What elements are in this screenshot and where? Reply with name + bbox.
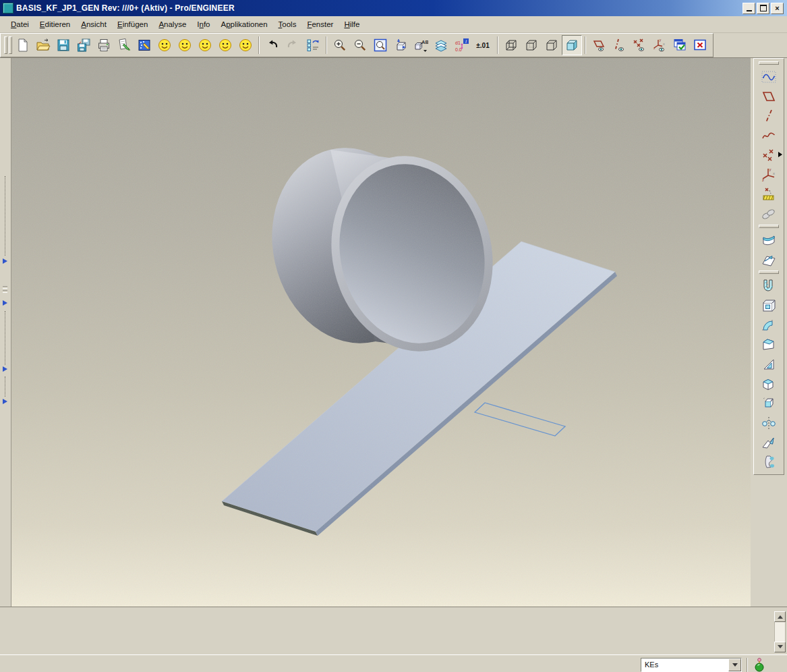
accept-window-button[interactable] (670, 35, 690, 55)
trim-tool-button[interactable] (757, 432, 780, 452)
feature-toolbar: yxz (751, 58, 787, 607)
redo-button[interactable] (283, 35, 303, 55)
sash-expand-arrow[interactable] (3, 258, 10, 264)
sash-expand-arrow[interactable] (3, 300, 10, 306)
shell-tool-button[interactable] (757, 374, 780, 393)
revolve-tool-button[interactable] (757, 315, 780, 335)
hidden-line-button[interactable] (521, 35, 542, 55)
dropdown-button[interactable] (728, 659, 741, 671)
svg-text:x: x (663, 42, 665, 46)
datum-axis-tool-button[interactable] (757, 106, 780, 125)
menu-fenster[interactable]: Fenster (301, 18, 339, 30)
model-display-button[interactable] (134, 35, 154, 55)
scroll-up-button[interactable] (774, 611, 786, 622)
save-icon (56, 38, 71, 53)
smiley-icon (238, 38, 253, 53)
sweep-tool-button[interactable] (757, 335, 780, 354)
menu-editieren[interactable]: Editieren (34, 18, 76, 30)
minimize-button[interactable] (742, 3, 755, 14)
flyout-arrow[interactable] (778, 152, 785, 157)
menu-ansicht[interactable]: Ansicht (76, 18, 112, 30)
refit-icon (373, 38, 388, 53)
boundary-blend-tool-button[interactable] (757, 230, 780, 250)
proe-window: BASIS_KF_JP1_GEN Rev: ///0+ (Aktiv) - Pr… (0, 0, 787, 672)
new-file-button[interactable] (13, 35, 33, 55)
menu-analyse[interactable]: Analyse (153, 18, 192, 30)
erase-button[interactable] (114, 35, 134, 55)
datum-axes-toggle[interactable] (609, 35, 629, 55)
toolbar-grip[interactable] (759, 61, 779, 65)
sash-dots (5, 311, 5, 365)
smiley-mapkey-3[interactable] (195, 35, 215, 55)
no-hidden-button[interactable] (542, 35, 562, 55)
smiley-mapkey-2[interactable] (175, 35, 195, 55)
navigator-sash[interactable] (0, 58, 11, 607)
extrude-tool-button[interactable] (757, 296, 780, 315)
regenerate-button[interactable] (303, 35, 323, 55)
swept-surface-tool-button[interactable] (757, 250, 780, 269)
maximize-button[interactable] (757, 3, 769, 14)
shaded-button[interactable] (562, 35, 582, 55)
menu-einfuegen[interactable]: Einfügen (112, 18, 153, 30)
open-file-button[interactable] (33, 35, 53, 55)
scrollbar-track[interactable] (774, 622, 786, 642)
save-a-copy-button[interactable] (74, 35, 94, 55)
zoom-out-button[interactable] (350, 35, 370, 55)
round-tool-button[interactable] (757, 452, 780, 472)
zoom-in-button[interactable] (330, 35, 350, 55)
rib-tool-button[interactable] (757, 354, 780, 374)
mirror-tool-button[interactable] (757, 413, 780, 432)
wireframe-button[interactable] (501, 35, 521, 55)
sketch-tool-button[interactable] (757, 67, 780, 86)
save-button[interactable] (53, 35, 74, 55)
toolbar-panel: AB d10.0i ±.01 yxz (0, 33, 713, 57)
saved-view-list-button[interactable]: AB (411, 35, 431, 55)
sweep-icon (761, 337, 777, 353)
scroll-down-button[interactable] (774, 642, 786, 652)
menu-tools[interactable]: Tools (273, 18, 302, 30)
tolerance-display-button[interactable]: ±.01 (471, 35, 494, 55)
csys-tool-button[interactable]: yxz (757, 165, 780, 184)
smiley-mapkey-4[interactable] (215, 35, 235, 55)
reorient-button[interactable] (390, 35, 411, 55)
datum-planes-toggle[interactable] (589, 35, 609, 55)
menu-info[interactable]: Info (192, 18, 215, 30)
toolbar-grip[interactable] (9, 36, 12, 54)
title-bar[interactable]: BASIS_KF_JP1_GEN Rev: ///0+ (Aktiv) - Pr… (0, 0, 787, 16)
message-scrollbar[interactable] (774, 611, 786, 652)
toolbar-grip[interactable] (759, 271, 779, 274)
window-controls: × (742, 3, 784, 14)
offset-point-tool-button[interactable] (757, 184, 780, 204)
menu-datei[interactable]: Datei (5, 18, 34, 30)
paper-pencil-icon (117, 38, 132, 53)
menu-applikationen[interactable]: Applikationen (216, 18, 273, 30)
close-window-button[interactable] (690, 35, 710, 55)
csys-toggle[interactable]: yxz (649, 35, 670, 55)
revolve-icon (761, 317, 777, 333)
undo-button[interactable] (262, 35, 283, 55)
datum-curve-tool-button[interactable] (757, 125, 780, 145)
graphics-area[interactable] (11, 58, 751, 607)
find-tool-button[interactable] (753, 657, 765, 672)
menu-hilfe[interactable]: Hilfe (339, 18, 365, 30)
dimension-display-button[interactable]: d10.0i (451, 35, 471, 55)
selection-filter-dropdown[interactable]: KEs (641, 658, 742, 672)
datum-points-toggle[interactable] (629, 35, 649, 55)
merge-tool-button[interactable] (757, 204, 780, 223)
layers-button[interactable] (431, 35, 451, 55)
smiley-mapkey-5[interactable] (235, 35, 256, 55)
sash-expand-arrow[interactable] (3, 399, 10, 404)
datum-point-tool-button[interactable] (757, 145, 780, 165)
toolbar-grip[interactable] (759, 225, 779, 228)
smiley-mapkey-1[interactable] (154, 35, 175, 55)
print-button[interactable] (94, 35, 114, 55)
datum-plane-tool-button[interactable] (757, 86, 780, 106)
toolbar-grip[interactable] (4, 36, 7, 54)
refit-button[interactable] (370, 35, 390, 55)
sash-expand-arrow[interactable] (3, 366, 10, 372)
draft-tool-button[interactable] (757, 393, 780, 413)
sash-ridge (3, 286, 7, 289)
extrude-cut-tool-button[interactable] (757, 276, 780, 296)
mirror-icon (761, 415, 777, 431)
close-button[interactable]: × (771, 3, 784, 14)
